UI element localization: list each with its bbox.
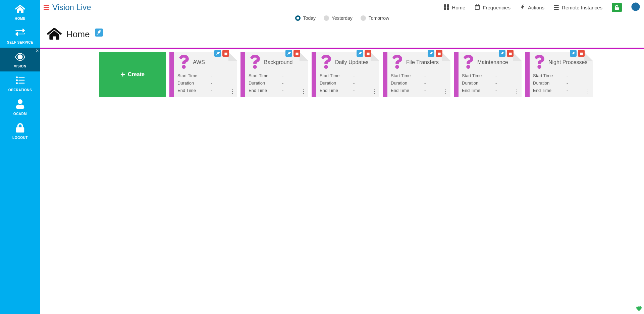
header-right: Home Frequencies Actions Remote Instance… — [444, 2, 640, 12]
card-delete-button[interactable] — [507, 50, 514, 57]
meta-value: - — [211, 72, 212, 80]
card-edit-button[interactable] — [570, 50, 577, 57]
meta-label: Start Time — [320, 72, 343, 80]
cards-row: Create AWSStart Time-Duration-End Time-⋮… — [40, 49, 644, 97]
card-more-button[interactable]: ⋮ — [229, 88, 235, 95]
meta-label: End Time — [462, 87, 485, 94]
meta-label: End Time — [320, 87, 343, 94]
question-icon — [177, 55, 190, 70]
card-meta: Start Time-Duration-End Time- — [533, 72, 590, 94]
card[interactable]: Night ProcessesStart Time-Duration-End T… — [525, 52, 593, 97]
card-accent — [240, 52, 245, 97]
sidebar-item-ocadm[interactable]: OCADM — [0, 95, 40, 119]
sidebar-item-label: OCADM — [13, 112, 27, 116]
card-accent — [525, 52, 530, 97]
meta-value: - — [567, 72, 568, 80]
sidebar-item-label: HOME — [15, 17, 25, 20]
help-button[interactable] — [631, 2, 640, 12]
card-accent — [169, 52, 174, 97]
radio-icon — [361, 15, 366, 21]
close-icon[interactable]: ✕ — [36, 48, 39, 53]
meta-label: Start Time — [177, 72, 201, 80]
meta-label: Duration — [320, 80, 343, 87]
card-body: File TransfersStart Time-Duration-End Ti… — [387, 52, 450, 97]
meta-label: Duration — [533, 80, 556, 87]
card-accent — [312, 52, 316, 97]
card-corner — [300, 52, 308, 61]
card-more-button[interactable]: ⋮ — [443, 88, 448, 95]
create-button[interactable]: Create — [99, 52, 166, 97]
day-label: Yesterday — [332, 15, 353, 21]
card-edit-button[interactable] — [357, 50, 363, 57]
radio-icon — [324, 15, 329, 21]
card[interactable]: MaintenanceStart Time-Duration-End Time-… — [454, 52, 522, 97]
card-title: Night Processes — [548, 59, 588, 65]
meta-label: End Time — [249, 87, 272, 94]
card[interactable]: BackgroundStart Time-Duration-End Time-⋮ — [240, 52, 308, 97]
card-edit-button[interactable] — [214, 50, 221, 57]
meta-label: Start Time — [462, 72, 485, 80]
menu-icon[interactable] — [44, 5, 49, 10]
lock-icon — [15, 123, 25, 134]
sidebar-item-home[interactable]: HOME — [0, 0, 40, 24]
card-delete-button[interactable] — [293, 50, 300, 57]
nav-frequencies[interactable]: Frequencies — [475, 4, 511, 11]
card-delete-button[interactable] — [578, 50, 585, 57]
meta-value: - — [353, 80, 355, 87]
card-corner — [584, 52, 593, 61]
edit-title-button[interactable] — [95, 29, 103, 37]
sidebar-item-logout[interactable]: LOGOUT — [0, 119, 40, 143]
eye-icon — [15, 52, 25, 62]
card-meta: Start Time-Duration-End Time- — [177, 72, 234, 94]
card-delete-button[interactable] — [365, 50, 371, 57]
card-meta: Start Time-Duration-End Time- — [320, 72, 377, 94]
card-title: Maintenance — [477, 59, 508, 65]
day-tomorrow[interactable]: Tomorrow — [361, 15, 389, 21]
main: Vision Live Home Frequencies Actions Rem… — [40, 0, 644, 314]
card-meta: Start Time-Duration-End Time- — [391, 72, 448, 94]
card-edit-button[interactable] — [285, 50, 292, 57]
calendar-icon — [475, 4, 480, 11]
meta-value: - — [353, 87, 355, 94]
meta-value: - — [495, 72, 497, 80]
card-more-button[interactable]: ⋮ — [301, 88, 306, 95]
day-today[interactable]: Today — [295, 15, 316, 21]
unlock-button[interactable] — [612, 3, 622, 12]
meta-value: - — [495, 80, 497, 87]
sidebar-item-vision[interactable]: ✕ VISION — [0, 48, 40, 71]
card-delete-button[interactable] — [436, 50, 442, 57]
meta-value: - — [353, 72, 355, 80]
grid-icon — [444, 4, 449, 11]
nav-label: Remote Instances — [562, 5, 602, 10]
card-edit-button[interactable] — [428, 50, 434, 57]
card-edit-button[interactable] — [499, 50, 505, 57]
sidebar-item-selfservice[interactable]: SELF SERVICE — [0, 24, 40, 48]
card-body: BackgroundStart Time-Duration-End Time-⋮ — [245, 52, 308, 97]
day-label: Today — [303, 15, 316, 21]
card-accent — [383, 52, 387, 97]
card-title: Background — [264, 59, 292, 65]
sidebar-item-label: VISION — [14, 64, 26, 68]
meta-value: - — [567, 80, 568, 87]
card-more-button[interactable]: ⋮ — [372, 88, 377, 95]
card-more-button[interactable]: ⋮ — [514, 88, 520, 95]
day-selector: Today Yesterday Tomorrow — [40, 13, 644, 25]
card[interactable]: File TransfersStart Time-Duration-End Ti… — [383, 52, 450, 97]
nav-home[interactable]: Home — [444, 4, 465, 11]
meta-label: Start Time — [249, 72, 272, 80]
card[interactable]: Daily UpdatesStart Time-Duration-End Tim… — [312, 52, 379, 97]
day-yesterday[interactable]: Yesterday — [324, 15, 353, 21]
card-delete-button[interactable] — [222, 50, 229, 57]
nav-remote[interactable]: Remote Instances — [554, 4, 602, 11]
card-body: Daily UpdatesStart Time-Duration-End Tim… — [316, 52, 379, 97]
question-icon — [320, 55, 332, 70]
nav-actions[interactable]: Actions — [520, 4, 544, 11]
sidebar-item-operations[interactable]: OPERATIONS — [0, 71, 40, 95]
card-title: AWS — [193, 59, 205, 65]
meta-label: End Time — [533, 87, 556, 94]
meta-label: Duration — [249, 80, 272, 87]
card-more-button[interactable]: ⋮ — [585, 88, 591, 95]
meta-value: - — [424, 87, 426, 94]
card-meta: Start Time-Duration-End Time- — [249, 72, 306, 94]
card[interactable]: AWSStart Time-Duration-End Time-⋮ — [169, 52, 237, 97]
